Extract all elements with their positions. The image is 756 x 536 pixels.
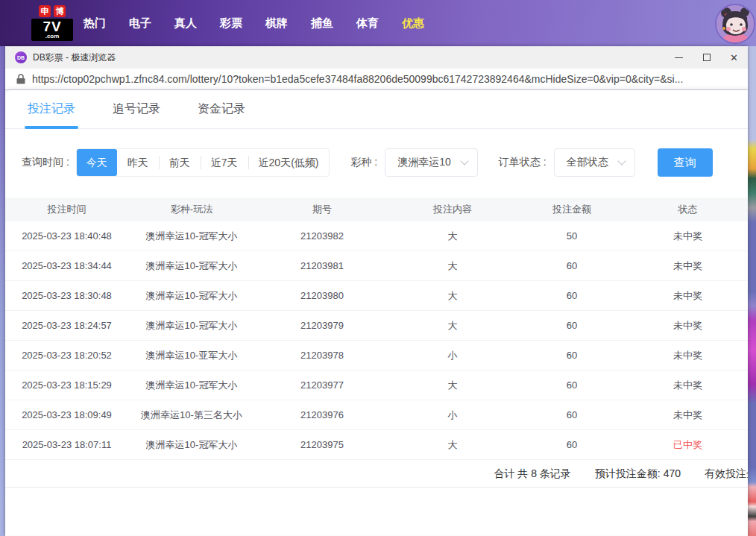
avatar-illustration (716, 5, 754, 42)
cell-issue: 21203975 (255, 439, 389, 450)
table-row: 2025-03-23 18:09:49 澳洲幸运10-第三名大小 2120397… (5, 400, 748, 430)
close-button[interactable]: ✕ (720, 46, 748, 69)
search-button[interactable]: 查询 (658, 148, 713, 177)
cell-bet-time: 2025-03-23 18:20:52 (5, 350, 128, 361)
lottery-select[interactable]: 澳洲幸运10 (385, 148, 478, 177)
user-avatar[interactable] (715, 4, 755, 44)
screen: 申 博 7V .com 热门 电子 真人 彩票 棋牌 捕鱼 体育 (0, 0, 756, 536)
time-option[interactable]: 前天 (159, 149, 201, 176)
cell-game-play: 澳洲幸运10-冠军大小 (128, 230, 255, 243)
tab[interactable]: 追号记录 (110, 90, 163, 129)
cell-bet-time: 2025-03-23 18:40:48 (5, 230, 128, 242)
cell-issue: 21203981 (255, 260, 389, 271)
site-menu-item[interactable]: 电子 (129, 16, 151, 31)
cell-amount: 60 (516, 409, 628, 420)
cell-status: 未中奖 (628, 349, 748, 362)
tab[interactable]: 投注记录 (25, 90, 78, 129)
table-row: 2025-03-23 18:34:44 澳洲幸运10-冠军大小 21203981… (5, 251, 748, 281)
summary-valid-amount: 有效投注金额 (705, 467, 748, 481)
cell-game-play: 澳洲幸运10-第三名大小 (128, 409, 255, 422)
header-status: 状态 (628, 203, 748, 216)
cell-status: 未中奖 (628, 259, 748, 273)
order-status-select[interactable]: 全部状态 (554, 148, 635, 177)
cell-content: 大 (389, 289, 516, 303)
maximize-button[interactable] (693, 46, 720, 69)
cell-status: 未中奖 (628, 379, 748, 392)
summary-bar: 合计 共 8 条记录 预计投注金额: 470 有效投注金额 (5, 460, 748, 488)
table-row: 2025-03-23 18:20:52 澳洲幸运10-亚军大小 21203978… (5, 341, 748, 371)
tab[interactable]: 资金记录 (195, 90, 248, 129)
logo-7v: 7V .com (31, 19, 73, 41)
cell-content: 小 (389, 349, 516, 362)
time-option[interactable]: 昨天 (117, 149, 159, 176)
browser-window: DB DB彩票 - 极速浏览器 ✕ https://ctop02pchwp1.z… (5, 46, 748, 536)
site-topbar: 申 博 7V .com 热门 电子 真人 彩票 棋牌 捕鱼 体育 (0, 0, 756, 46)
cell-issue: 21203976 (255, 409, 389, 420)
cell-status: 已中奖 (628, 438, 748, 452)
time-filter-label: 查询时间 : (22, 156, 69, 169)
cell-game-play: 澳洲幸运10-冠军大小 (128, 289, 255, 303)
lottery-filter-label: 彩种 : (350, 156, 377, 169)
address-bar[interactable]: https://ctop02pchwp1.zfnc84.com/lottery/… (5, 69, 748, 90)
browser-titlebar: DB DB彩票 - 极速浏览器 ✕ (5, 46, 748, 69)
site-menu-item[interactable]: 优惠 (402, 16, 424, 31)
header-bet-time: 投注时间 (5, 203, 128, 216)
site-menu: 热门 电子 真人 彩票 棋牌 捕鱼 体育 优惠 (84, 0, 424, 46)
table-row: 2025-03-23 18:40:48 澳洲幸运10-冠军大小 21203982… (5, 221, 748, 251)
table-header: 投注时间 彩种-玩法 期号 投注内容 投注金额 状态 (5, 198, 748, 221)
cell-bet-time: 2025-03-23 18:15:29 (5, 379, 128, 391)
header-issue: 期号 (255, 203, 389, 216)
site-menu-item[interactable]: 棋牌 (265, 16, 288, 31)
bet-records-table: 投注时间 彩种-玩法 期号 投注内容 投注金额 状态 2025-03-23 18… (5, 198, 748, 488)
cell-bet-time: 2025-03-23 18:09:49 (5, 409, 128, 420)
maximize-icon (703, 54, 711, 61)
cell-amount: 60 (516, 350, 628, 361)
close-icon: ✕ (730, 53, 738, 63)
cell-content: 大 (389, 379, 516, 392)
status-filter-label: 订单状态 : (499, 156, 546, 169)
cell-amount: 60 (516, 260, 628, 271)
time-option[interactable]: 近20天(低频) (248, 149, 330, 176)
minimize-button[interactable] (665, 46, 693, 69)
site-menu-item[interactable]: 捕鱼 (311, 16, 333, 31)
header-game-play: 彩种-玩法 (128, 203, 255, 216)
site-menu-item[interactable]: 彩票 (220, 16, 242, 31)
browser-favicon: DB (15, 51, 27, 63)
cell-content: 大 (389, 319, 516, 332)
chevron-down-icon (460, 157, 468, 165)
site-menu-item[interactable]: 体育 (356, 16, 379, 31)
window-controls: ✕ (665, 46, 748, 69)
cell-game-play: 澳洲幸运10-冠军大小 (128, 379, 255, 392)
cell-content: 小 (389, 409, 516, 422)
summary-expected-amount: 预计投注金额: 470 (595, 467, 681, 481)
site-menu-item[interactable]: 真人 (174, 16, 197, 31)
cell-bet-time: 2025-03-23 18:24:57 (5, 320, 128, 331)
chevron-down-icon (617, 157, 626, 165)
cell-issue: 21203977 (255, 379, 389, 391)
cell-content: 大 (389, 230, 516, 243)
url-text: https://ctop02pchwp1.zfnc84.com/lottery/… (32, 73, 683, 85)
cell-game-play: 澳洲幸运10-亚军大小 (128, 349, 255, 362)
site-logo[interactable]: 申 博 7V .com (31, 5, 73, 41)
cell-content: 大 (389, 259, 516, 273)
minimize-icon (675, 57, 683, 58)
cell-amount: 50 (516, 230, 628, 242)
cell-amount: 60 (516, 320, 628, 331)
cell-bet-time: 2025-03-23 18:07:11 (5, 439, 128, 450)
table-row: 2025-03-23 18:24:57 澳洲幸运10-冠军大小 21203979… (5, 311, 748, 341)
page-edge-right (748, 46, 756, 536)
cell-status: 未中奖 (628, 230, 748, 243)
time-option[interactable]: 近7天 (201, 149, 248, 176)
logo-badge-shen: 申 (39, 5, 51, 17)
cell-issue: 21203978 (255, 350, 389, 361)
cell-issue: 21203979 (255, 320, 389, 331)
time-option[interactable]: 今天 (77, 149, 117, 176)
cell-amount: 60 (516, 290, 628, 301)
cell-status: 未中奖 (628, 319, 748, 332)
header-content: 投注内容 (389, 203, 516, 216)
site-menu-item[interactable]: 热门 (84, 16, 106, 31)
cell-game-play: 澳洲幸运10-冠军大小 (128, 438, 255, 452)
cell-bet-time: 2025-03-23 18:30:48 (5, 290, 128, 301)
cell-bet-time: 2025-03-23 18:34:44 (5, 260, 128, 271)
cell-status: 未中奖 (628, 409, 748, 422)
